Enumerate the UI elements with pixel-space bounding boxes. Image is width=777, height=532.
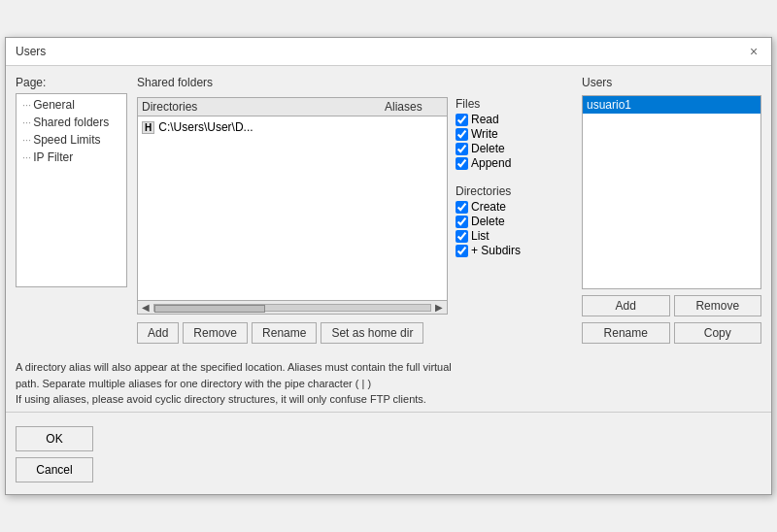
- dir-tag: H: [142, 121, 154, 134]
- sidebar-item-speed-limits[interactable]: ··· Speed Limits: [17, 131, 126, 149]
- files-section: Files Read Write Delete: [456, 97, 572, 171]
- dir-path: C:\Users\User\D...: [158, 120, 253, 134]
- checkbox-read-label: Read: [471, 113, 499, 126]
- left-panel: Page: ··· General ··· Shared folders ···…: [16, 76, 127, 344]
- dir-table: Directories Aliases H C:\Users\User\D...…: [137, 97, 448, 315]
- middle-panel: Shared folders Directories Aliases H C:\…: [137, 76, 572, 344]
- checkbox-read-input[interactable]: [456, 114, 468, 126]
- scrollbar[interactable]: ◀ ▶: [138, 300, 447, 314]
- nav-indent: ···: [22, 99, 31, 111]
- info-line3: If using aliases, please avoid cyclic di…: [16, 391, 761, 408]
- checkbox-dir-delete-input[interactable]: [456, 216, 468, 228]
- sidebar-item-ip-filter[interactable]: ··· IP Filter: [17, 149, 126, 166]
- dir-table-body: H C:\Users\User\D...: [138, 116, 447, 300]
- checkbox-append-input[interactable]: [456, 157, 468, 170]
- dirs-section: Directories Create Delete List: [456, 184, 572, 258]
- sidebar-item-general[interactable]: ··· General: [17, 96, 126, 114]
- checkbox-write[interactable]: Write: [456, 127, 572, 141]
- checkbox-create-label: Create: [471, 200, 506, 214]
- checkbox-write-label: Write: [471, 127, 498, 141]
- checkbox-append[interactable]: Append: [456, 156, 572, 170]
- info-line1: A directory alias will also appear at th…: [16, 359, 761, 376]
- rename-dir-button[interactable]: Rename: [252, 322, 317, 344]
- checkbox-subdirs[interactable]: + Subdirs: [456, 244, 572, 257]
- copy-user-button[interactable]: Copy: [674, 322, 762, 344]
- shared-folders-label: Shared folders: [137, 76, 572, 89]
- title-bar: Users ×: [6, 38, 771, 66]
- checkbox-delete[interactable]: Delete: [456, 142, 572, 155]
- add-dir-button[interactable]: Add: [137, 322, 179, 344]
- checkbox-write-input[interactable]: [456, 128, 468, 141]
- scroll-track: [153, 304, 431, 312]
- nav-indent: ···: [22, 134, 31, 146]
- checkbox-create[interactable]: Create: [456, 200, 572, 214]
- sidebar-item-label-ip-filter: IP Filter: [33, 150, 73, 164]
- user-buttons-row-1: Add Remove: [582, 295, 761, 316]
- user-buttons-row-2: Rename Copy: [582, 322, 761, 344]
- checkbox-list-input[interactable]: [456, 230, 468, 243]
- scroll-right-arrow[interactable]: ▶: [433, 302, 445, 313]
- checkbox-create-input[interactable]: [456, 201, 468, 214]
- remove-user-button[interactable]: Remove: [674, 295, 762, 316]
- users-dialog: Users × Page: ··· General ··· Shared fol…: [5, 37, 772, 495]
- checkbox-subdirs-label: + Subdirs: [471, 244, 521, 257]
- nav-list: ··· General ··· Shared folders ··· Speed…: [16, 93, 127, 287]
- dialog-title: Users: [16, 45, 46, 58]
- checkbox-append-label: Append: [471, 156, 511, 170]
- ok-button[interactable]: OK: [16, 426, 93, 451]
- checkbox-dir-delete-label: Delete: [471, 215, 505, 228]
- cancel-button[interactable]: Cancel: [16, 457, 93, 482]
- checkbox-list[interactable]: List: [456, 229, 572, 243]
- scroll-thumb: [154, 305, 265, 313]
- divider: [6, 412, 771, 413]
- directories-label: Directories: [456, 184, 572, 198]
- nav-indent: ···: [22, 151, 31, 163]
- users-label: Users: [582, 76, 761, 89]
- rename-user-button[interactable]: Rename: [582, 322, 670, 344]
- dir-table-header: Directories Aliases: [138, 98, 447, 116]
- sidebar-item-label-shared-folders: Shared folders: [33, 116, 109, 129]
- checkbox-delete-label: Delete: [471, 142, 505, 155]
- info-line2: path. Separate multiple aliases for one …: [16, 376, 761, 392]
- dir-action-buttons: Add Remove Rename Set as home dir: [137, 322, 572, 344]
- checkbox-dir-delete[interactable]: Delete: [456, 215, 572, 228]
- checkbox-list-label: List: [471, 229, 490, 243]
- checkbox-subdirs-input[interactable]: [456, 245, 468, 257]
- sidebar-item-shared-folders[interactable]: ··· Shared folders: [17, 114, 126, 131]
- bottom-buttons: OK Cancel: [6, 416, 771, 494]
- scroll-left-arrow[interactable]: ◀: [140, 302, 152, 313]
- add-user-button[interactable]: Add: [582, 295, 670, 316]
- files-dirs-panel: Files Read Write Delete: [456, 97, 572, 315]
- nav-indent: ···: [22, 116, 31, 128]
- checkbox-read[interactable]: Read: [456, 113, 572, 126]
- page-label: Page:: [16, 76, 127, 89]
- right-panel: Users usuario1 Add Remove Rename Copy: [582, 76, 761, 344]
- close-button[interactable]: ×: [746, 44, 761, 59]
- table-row[interactable]: H C:\Users\User\D...: [138, 118, 447, 136]
- sidebar-item-label-general: General: [33, 98, 75, 112]
- sidebar-item-label-speed-limits: Speed Limits: [33, 133, 100, 147]
- files-label: Files: [456, 97, 572, 111]
- info-area: A directory alias will also appear at th…: [6, 353, 771, 412]
- set-home-dir-button[interactable]: Set as home dir: [321, 322, 423, 344]
- checkbox-delete-input[interactable]: [456, 143, 468, 155]
- remove-dir-button[interactable]: Remove: [183, 322, 248, 344]
- col-aliases: Aliases: [385, 100, 443, 114]
- user-name: usuario1: [587, 98, 631, 112]
- col-directories: Directories: [142, 100, 385, 114]
- users-list: usuario1: [582, 95, 761, 289]
- folders-row: Directories Aliases H C:\Users\User\D...…: [137, 97, 572, 315]
- main-content: Page: ··· General ··· Shared folders ···…: [6, 66, 771, 353]
- user-item[interactable]: usuario1: [583, 96, 760, 114]
